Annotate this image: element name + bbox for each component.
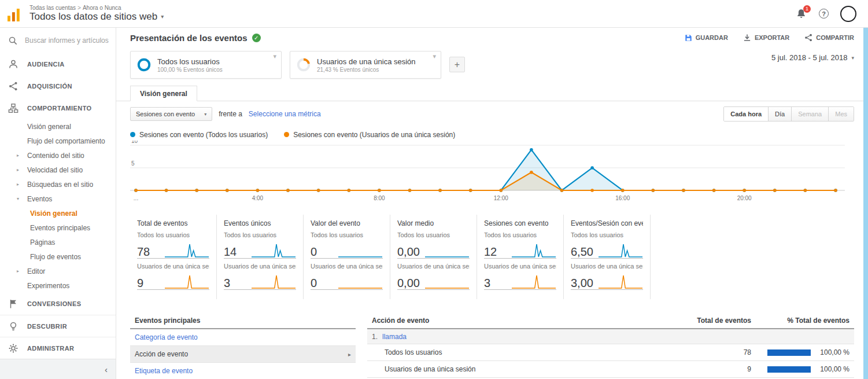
main-content: Presentación de los eventos ✓ GUARDAR <box>116 28 868 379</box>
export-button[interactable]: EXPORTAR <box>743 34 789 42</box>
sidebar-item-velocidad-sitio[interactable]: ▸ Velocidad del sitio <box>0 163 116 177</box>
caret-down-icon: ▾ <box>17 196 19 201</box>
sparkline-blue <box>338 242 383 258</box>
tab-vision-general[interactable]: Visión general <box>130 86 197 101</box>
sparkline-orange <box>511 273 556 289</box>
events-line-chart[interactable]: 510...4:008:0012:0016:0020:00 <box>130 141 845 205</box>
svg-text:12:00: 12:00 <box>494 195 508 201</box>
table-row: Usuarios de una única sesión 9 100,00 % <box>367 361 854 378</box>
sidebar-item-administrar[interactable]: ADMINISTRAR <box>0 337 116 359</box>
vertical-scrollbar[interactable] <box>863 28 868 379</box>
sidebar-item-conversiones[interactable]: CONVERSIONES <box>0 293 116 315</box>
tab-strip: Visión general <box>116 86 868 101</box>
sidebar-item-paginas[interactable]: Páginas <box>0 235 116 249</box>
caret-right-icon: ▸ <box>17 153 19 158</box>
granularity-toggle: Cada hora Día Semana Mes <box>723 106 854 122</box>
sidebar-item-flujo-comportamiento[interactable]: Flujo del comportamiento <box>0 134 116 148</box>
breadcrumb-property[interactable]: Ahora o Nunca <box>83 5 121 11</box>
table-group-row[interactable]: 1. llamada <box>367 329 854 344</box>
percent-bar <box>767 349 811 356</box>
svg-text:4:00: 4:00 <box>252 195 264 201</box>
breadcrumb-accounts[interactable]: Todas las cuentas <box>29 5 76 11</box>
dimension-row-categoria[interactable]: Categoría de evento <box>130 329 356 346</box>
sparkline-orange <box>424 273 470 289</box>
segment-card-single-session-users[interactable]: Usuarios de una única sesión 21,43 % Eve… <box>290 51 441 79</box>
metric-card-valor-evento[interactable]: Valor del evento Todos los usuarios 0 Us… <box>304 215 390 299</box>
report-header: Presentación de los eventos ✓ GUARDAR <box>116 28 868 47</box>
sparkline-orange <box>164 273 209 289</box>
sidebar-search[interactable] <box>0 28 116 53</box>
metric-card-eventos-por-sesion[interactable]: Eventos/Sesión con evento Todos los usua… <box>564 215 651 299</box>
metric-select-dropdown[interactable]: Sesiones con evento ▾ <box>130 107 212 121</box>
percent-bar-fill <box>767 349 811 356</box>
select-metric-link[interactable]: Seleccione una métrica <box>249 110 321 118</box>
page-title: Presentación de los eventos <box>130 33 248 43</box>
sparkline-blue <box>424 242 470 258</box>
sidebar-item-adquisicion[interactable]: ADQUISICIÓN <box>0 75 116 97</box>
person-icon <box>8 59 19 69</box>
metric-card-total-eventos[interactable]: Total de eventos Todos los usuarios 78 U… <box>130 215 217 299</box>
metric-card-eventos-unicos[interactable]: Eventos únicos Todos los usuarios 14 Usu… <box>217 215 304 299</box>
svg-text:8:00: 8:00 <box>374 195 385 201</box>
table-header: Eventos principales <box>130 314 356 329</box>
top-app-bar: Todas las cuentas>Ahora o Nunca Todos lo… <box>0 0 868 28</box>
search-icon <box>8 35 18 46</box>
dimension-row-etiqueta[interactable]: Etiqueta de evento <box>130 363 356 379</box>
dimension-tables: Eventos principales Categoría de evento … <box>130 314 854 379</box>
sidebar-item-flujo-eventos[interactable]: Flujo de eventos <box>0 249 116 264</box>
notifications-button[interactable]: 1 <box>796 8 807 20</box>
granularity-hourly-button[interactable]: Cada hora <box>724 107 768 121</box>
search-input[interactable] <box>25 36 110 45</box>
table-row: Todos los usuarios 78 100,00 % <box>367 344 854 361</box>
save-icon <box>685 34 692 42</box>
help-button[interactable]: ? <box>819 9 829 19</box>
sidebar-footer: ‹ <box>0 359 116 379</box>
sidebar-item-editor[interactable]: ▸ Editor <box>0 264 116 278</box>
chart-area: 510...4:008:0012:0016:0020:00 <box>116 139 868 210</box>
metric-cards-row: Total de eventos Todos los usuarios 78 U… <box>130 215 854 299</box>
arrow-right-icon: ▸ <box>348 351 351 358</box>
accion-de-evento-table: Acción de evento Total de eventos % Tota… <box>367 314 854 379</box>
analytics-logo-icon[interactable] <box>8 6 23 21</box>
date-range-selector[interactable]: 5 jul. 2018 - 5 jul. 2018 ▾ <box>771 53 854 62</box>
flowchart-icon <box>8 103 19 113</box>
sidebar-item-contenido-sitio[interactable]: ▸ Contenido del sitio <box>0 148 116 163</box>
sparkline-blue <box>598 242 643 258</box>
chart-legend: Sesiones con evento (Todos los usuarios)… <box>116 127 868 139</box>
sidebar-item-comportamiento[interactable]: COMPORTAMIENTO <box>0 97 116 119</box>
add-segment-button[interactable]: + <box>449 57 465 72</box>
sidebar-item-audiencia[interactable]: AUDIENCIA <box>0 53 116 75</box>
segment-name: Todos los usuarios <box>157 57 223 66</box>
sidebar-item-eventos[interactable]: ▾ Eventos <box>0 192 116 206</box>
view-selector[interactable]: Todos los datos de sitios web ▾ <box>29 11 164 23</box>
metric-card-valor-medio[interactable]: Valor medio Todos los usuarios 0,00 Usua… <box>390 215 477 299</box>
caret-right-icon: ▸ <box>17 167 19 172</box>
chart-controls: Sesiones con evento ▾ frente a Seleccion… <box>116 101 868 127</box>
share-button[interactable]: COMPARTIR <box>804 34 854 42</box>
granularity-day-button[interactable]: Día <box>768 107 791 121</box>
segment-detail: 21,43 % Eventos únicos <box>317 67 416 73</box>
breadcrumb[interactable]: Todas las cuentas>Ahora o Nunca <box>29 5 164 12</box>
account-avatar[interactable] <box>840 6 856 22</box>
event-action-link[interactable]: llamada <box>382 333 407 341</box>
sidebar-item-busquedas-sitio[interactable]: ▸ Búsquedas en el sitio <box>0 177 116 192</box>
chevron-down-icon[interactable]: ▾ <box>433 53 436 60</box>
segment-card-all-users[interactable]: Todos los usuarios 100,00 % Eventos únic… <box>130 51 282 79</box>
chevron-down-icon[interactable]: ▾ <box>273 53 276 60</box>
svg-text:...: ... <box>134 195 138 201</box>
sidebar-item-vision-general[interactable]: Visión general <box>0 119 116 134</box>
save-button[interactable]: GUARDAR <box>685 34 728 42</box>
sparkline-blue <box>164 242 209 258</box>
flag-icon <box>8 299 19 309</box>
collapse-sidebar-button[interactable]: ‹ <box>105 365 108 374</box>
sidebar-item-experimentos[interactable]: Experimentos <box>0 278 116 293</box>
sidebar-item-eventos-vision-general[interactable]: Visión general <box>0 206 116 220</box>
metric-card-sesiones-con-evento[interactable]: Sesiones con evento Todos los usuarios 1… <box>477 215 564 299</box>
legend-item-single-session: Sesiones con evento (Usuarios de una úni… <box>284 131 455 139</box>
sidebar-item-descubrir[interactable]: DESCUBRIR <box>0 315 116 337</box>
dimension-row-accion[interactable]: Acción de evento ▸ <box>130 346 356 363</box>
sparkline-orange <box>598 273 643 289</box>
sidebar-item-eventos-principales[interactable]: Eventos principales <box>0 220 116 235</box>
svg-text:16:00: 16:00 <box>615 195 630 201</box>
sidebar-item-label: ADMINISTRAR <box>27 345 74 352</box>
